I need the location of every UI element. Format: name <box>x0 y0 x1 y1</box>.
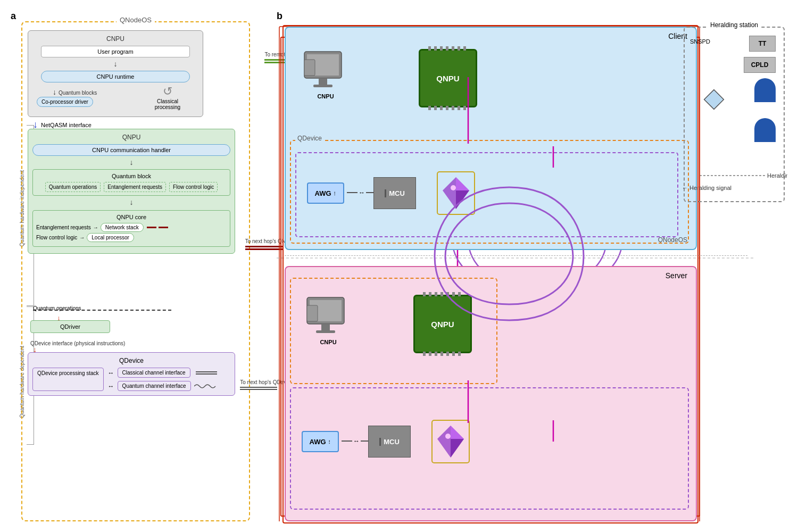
cnpu-icon-server: CNPU <box>304 295 352 345</box>
heralding-station-label: Heralding station <box>708 21 760 29</box>
panel-a-label: a <box>11 11 16 22</box>
svg-point-30 <box>451 185 456 190</box>
qnodeos-label: QNodeOS <box>117 16 155 24</box>
local-processor-box: Local processor <box>87 233 134 242</box>
quantum-ops-label: Quantum operations <box>33 305 81 311</box>
qnpu-chip-server: QNPU <box>413 295 472 353</box>
classical-channel-row: ↔ Classical channel interface <box>108 368 230 378</box>
awg-server: AWG ⋮ <box>302 431 339 452</box>
cnpu-icon-client: CNPU <box>302 49 350 99</box>
svg-rect-35 <box>307 305 318 321</box>
cnpu-runtime-box: CNPU runtime <box>41 71 190 82</box>
qnpu-section: QNPU CNPU communication handler ↓ Quantu… <box>28 129 235 254</box>
quantum-channel-row: ↔ Quantum channel interface <box>108 381 230 391</box>
entanglement-requests-item: Entanglement requests <box>104 182 166 192</box>
quantum-channel-box: Quantum channel interface <box>118 381 191 391</box>
squiggly-line-icon <box>194 382 218 390</box>
awg-mcu-arrows-server: ↔ <box>342 437 371 445</box>
qdevice-interface-label: QDevice interface (physical instructions… <box>30 340 125 346</box>
cpld-box: CPLD <box>744 57 776 73</box>
heralding-station: Heralding station SNSPD TT CPLD <box>684 27 785 202</box>
crystal-server <box>429 418 472 467</box>
heralding-signal-label: ← Heralding signal <box>682 185 732 191</box>
cnpu-row: ↓ Quantum blocks Co-processor driver ↺ C… <box>37 85 194 110</box>
netqasm-label: NetQASM interface <box>41 122 92 128</box>
server-purple-dashed: AWG ⋮ ↔ MCU <box>290 387 689 510</box>
core-row-1: Entanglement requests → Network stack <box>36 223 227 232</box>
flow-ctrl-label: Flow control logic <box>36 235 77 240</box>
qnpu-core-title: QNPU core <box>36 214 227 220</box>
mcu-server: MCU <box>368 426 411 458</box>
svg-rect-25 <box>304 60 315 76</box>
coprocessor-driver-box: Co-processor driver <box>37 97 93 107</box>
server-box: Server CNPU <box>285 266 697 521</box>
qdevice-title: QDevice <box>32 357 230 364</box>
svg-marker-39 <box>451 439 464 458</box>
panel-b: b Heralding signal <box>277 11 787 521</box>
cnpu-comm-handler: CNPU communication handler <box>32 144 230 156</box>
qnpu-text-client: QNPU <box>436 74 459 83</box>
panel-b-label: b <box>277 11 282 22</box>
server-label: Server <box>666 271 687 280</box>
cnpu-title: CNPU <box>32 35 198 43</box>
svg-rect-41 <box>704 90 724 110</box>
classical-processing-label: Classical processing <box>146 98 189 110</box>
mcu-client: MCU <box>373 177 416 209</box>
fiber-loop-icon <box>467 161 637 400</box>
quantum-block-items: Quantum operations Entanglement requests… <box>36 182 227 192</box>
svg-rect-33 <box>321 324 330 330</box>
quantum-block: Quantum block Quantum operations Entangl… <box>32 169 230 196</box>
network-stack-box: Network stack <box>101 223 144 232</box>
snspd-label: SNSPD <box>690 38 710 45</box>
qdevice-stack-box: QDevice processing stack <box>32 368 104 391</box>
quantum-operations-item: Quantum operations <box>45 182 101 192</box>
qnodeos-outer-box: QNodeOS To remote CNPU CNPU User program… <box>21 21 250 521</box>
cnpu-section: CNPU User program ↓ CNPU runtime ↓ Quant… <box>28 30 203 117</box>
svg-marker-38 <box>451 426 464 439</box>
awg-mcu-arrows: ↔ <box>347 189 377 196</box>
qdevice-section: QDevice QDevice processing stack ↔ Class… <box>28 352 235 396</box>
qdriver-box: QDriver <box>30 320 110 333</box>
tt-box: TT <box>749 36 776 52</box>
ent-req-label: Entanglement requests <box>36 225 91 230</box>
qnpu-text-server: QNPU <box>431 320 454 329</box>
svg-point-40 <box>445 434 451 439</box>
detector-2-icon <box>754 118 776 142</box>
classical-channel-box: Classical channel interface <box>118 368 190 378</box>
awg-client: AWG ⋮ <box>307 182 344 204</box>
user-program-box: User program <box>41 46 190 57</box>
beamsplitter-icon <box>701 86 727 114</box>
arrow-quantum-blocks: ↓ Quantum blocks <box>53 88 97 97</box>
qdevice-client-orange-label: QDevice <box>295 135 324 142</box>
svg-rect-24 <box>313 85 332 87</box>
core-row-2: Flow control logic → Local processor <box>36 233 227 242</box>
arrow-down-2: ↓ <box>32 158 230 167</box>
main-container: a Quantum hardware independent Quantum h… <box>0 0 798 532</box>
detector-1-icon <box>754 78 776 102</box>
channel-col: ↔ Classical channel interface ↔ Quantum … <box>108 368 230 391</box>
qnpu-core: QNPU core Entanglement requests → Networ… <box>32 210 230 247</box>
qdevice-inner: QDevice processing stack ↔ Classical cha… <box>32 368 230 391</box>
panel-a: a Quantum hardware independent Quantum h… <box>11 11 266 521</box>
flow-control-logic-item: Flow control logic <box>169 182 218 192</box>
qnpu-chip-client: QNPU <box>419 49 477 107</box>
svg-rect-23 <box>319 78 327 85</box>
svg-rect-34 <box>316 330 335 333</box>
arrow-down-3: ↓ <box>32 198 230 207</box>
quantum-block-title: Quantum block <box>36 173 227 179</box>
qnpu-title: QNPU <box>32 134 230 141</box>
arrow-down-1: ↓ <box>32 60 198 69</box>
